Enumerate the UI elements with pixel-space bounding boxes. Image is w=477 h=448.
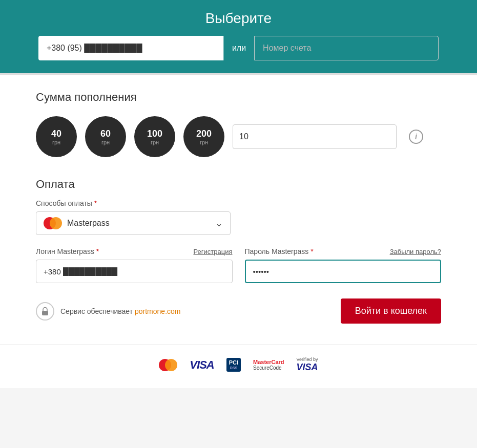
payment-section-title: Оплата <box>36 178 441 191</box>
logos-section: VISA PCI DSS MasterCard SecureCode Verif… <box>0 344 477 388</box>
amount-btn-100-value: 100 <box>147 129 162 139</box>
password-required: * <box>310 247 313 255</box>
amount-btn-40[interactable]: 40 грн <box>36 116 77 157</box>
info-icon[interactable]: i <box>409 130 423 144</box>
header-title: Выберите <box>36 10 441 27</box>
amount-btn-40-value: 40 <box>51 129 61 139</box>
payment-method-label: Способы оплаты * <box>36 199 441 207</box>
amount-btn-200-currency: грн <box>200 139 208 145</box>
wallet-button[interactable]: Войти в кошелек <box>341 298 441 324</box>
amount-btn-60-currency: грн <box>101 139 110 145</box>
password-field-group: Пароль Masterpass * Забыли пароль? <box>245 247 442 283</box>
main-content: Сумма пополнения 40 грн 60 грн 100 грн 2… <box>0 75 477 344</box>
method-required-star: * <box>94 199 97 207</box>
security-left: Сервис обеспечивает portmone.com <box>36 302 180 321</box>
login-required: * <box>96 247 99 255</box>
header-inputs: или <box>36 36 441 60</box>
amount-btn-200-value: 200 <box>196 129 212 139</box>
verified-by-visa-badge: Verified by VISA <box>297 357 318 373</box>
amount-btn-100-currency: грн <box>151 139 159 145</box>
mc-secure-top: MasterCard <box>253 359 284 365</box>
masterpass-logo: Masterpass <box>44 217 110 229</box>
vbv-visa: VISA <box>297 362 318 373</box>
portmone-link[interactable]: portmone.com <box>135 307 180 315</box>
register-link[interactable]: Регистрация <box>194 248 233 255</box>
amount-btn-60[interactable]: 60 грн <box>85 116 126 157</box>
masterpass-label: Masterpass <box>67 219 110 228</box>
lock-icon <box>36 302 54 321</box>
pci-dss-badge: PCI DSS <box>226 358 241 372</box>
vbv-top: Verified by <box>297 357 318 362</box>
login-field-group: Логин Masterpass * Регистрация <box>36 247 233 283</box>
login-label: Логин Masterpass * <box>36 247 99 255</box>
mastercard-logo-icon <box>159 359 177 371</box>
forgot-link[interactable]: Забыли пароль? <box>390 248 441 255</box>
visa-logo-icon: VISA <box>190 358 214 372</box>
credentials-row: Логин Masterpass * Регистрация Пароль Ma… <box>36 247 441 283</box>
password-input[interactable] <box>245 260 442 283</box>
pci-top: PCI <box>229 359 238 366</box>
amount-btn-40-currency: грн <box>52 139 60 145</box>
amount-btn-60-value: 60 <box>100 129 111 139</box>
mp-circle-orange <box>50 217 62 229</box>
amount-row: 40 грн 60 грн 100 грн 200 грн i <box>36 116 441 157</box>
login-field-header: Логин Masterpass * Регистрация <box>36 247 233 255</box>
or-divider: или <box>223 36 254 60</box>
masterpass-icon <box>44 217 62 229</box>
account-input[interactable] <box>254 36 439 60</box>
svg-rect-0 <box>42 311 48 315</box>
password-field-header: Пароль Masterpass * Забыли пароль? <box>245 247 442 255</box>
amount-btn-100[interactable]: 100 грн <box>134 116 175 157</box>
phone-input[interactable] <box>38 36 223 60</box>
header-section: Выберите или <box>0 0 477 73</box>
payment-dropdown[interactable]: Masterpass ⌄ <box>36 211 231 235</box>
password-label: Пароль Masterpass * <box>245 247 314 255</box>
mc-secure-bottom: SecureCode <box>253 365 282 371</box>
amount-custom-input[interactable] <box>239 132 390 141</box>
chevron-down-icon: ⌄ <box>215 218 223 229</box>
amount-custom-wrapper <box>233 124 397 149</box>
amount-btn-200[interactable]: 200 грн <box>183 116 224 157</box>
login-input[interactable] <box>36 260 233 283</box>
security-footer: Сервис обеспечивает portmone.com Войти в… <box>36 298 441 324</box>
security-text: Сервис обеспечивает portmone.com <box>60 307 180 315</box>
pci-bottom: DSS <box>230 366 237 370</box>
amount-section-title: Сумма пополнения <box>36 91 441 104</box>
mc-securecode-badge: MasterCard SecureCode <box>253 359 284 371</box>
